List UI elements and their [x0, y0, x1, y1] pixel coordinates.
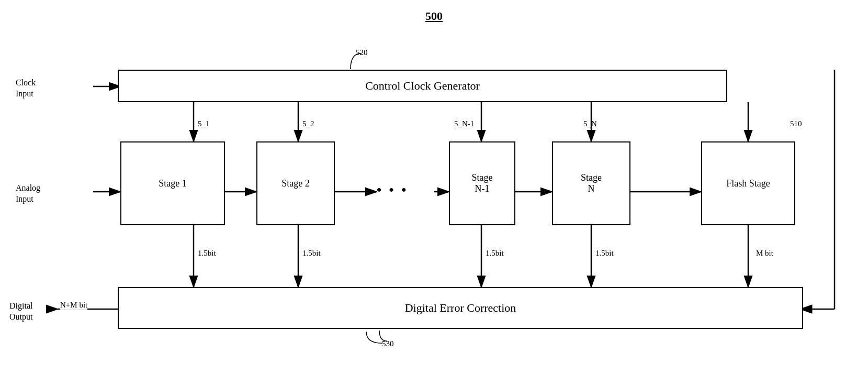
- dots-label: • • •: [377, 182, 408, 198]
- stage1-box: Stage 1: [120, 141, 225, 225]
- clock-input-label: Clock Input: [16, 78, 36, 100]
- bit-label-stageN: 1.5bit: [595, 249, 614, 258]
- control-clock-generator-box: Control Clock Generator: [118, 70, 727, 102]
- stageN-box: Stage N: [552, 141, 630, 225]
- bit-label-stageN1: 1.5bit: [486, 249, 504, 258]
- flash-stage-box: Flash Stage: [701, 141, 795, 225]
- ref-510: 510: [790, 119, 802, 128]
- ref-530: 530: [382, 339, 394, 348]
- ref-5-1: 5_1: [198, 119, 210, 128]
- ref-5-2: 5_2: [302, 119, 314, 128]
- nm-bit-label: N+M bit: [60, 301, 87, 310]
- stage2-box: Stage 2: [256, 141, 335, 225]
- bit-label-stage2: 1.5bit: [302, 249, 321, 258]
- bit-label-stage1: 1.5bit: [198, 249, 216, 258]
- ref-520: 520: [356, 48, 368, 57]
- diagram-container: 500: [0, 0, 868, 384]
- figure-number: 500: [425, 9, 443, 23]
- digital-output-label: Digital Output: [9, 301, 32, 323]
- digital-error-correction-box: Digital Error Correction: [118, 287, 803, 329]
- stageN1-box: Stage N-1: [449, 141, 515, 225]
- bit-label-flash: M bit: [756, 249, 773, 258]
- ref-5-n: 5_N: [583, 119, 597, 128]
- analog-input-label: Analog Input: [16, 183, 40, 205]
- ref-5-n1: 5_N-1: [454, 119, 474, 128]
